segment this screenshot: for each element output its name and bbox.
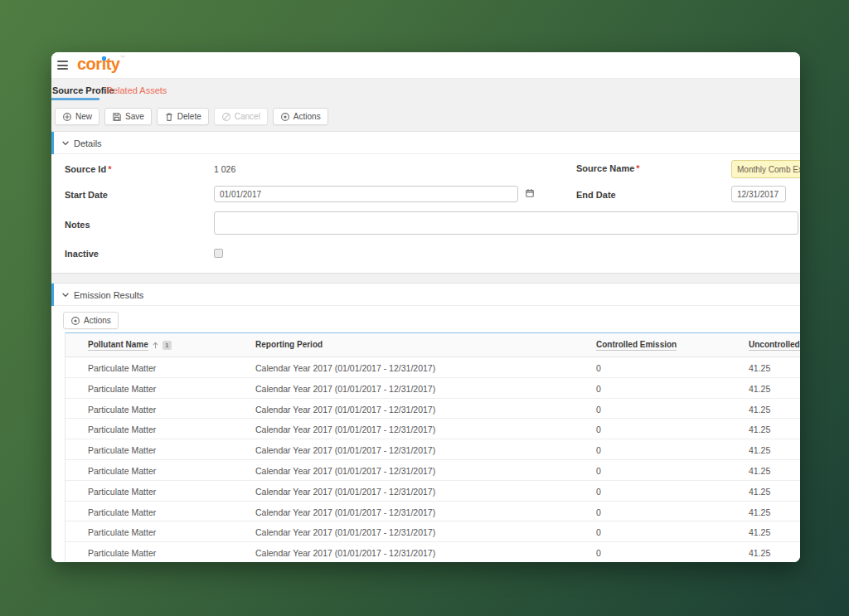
- cell-controlled-emission: 0: [596, 363, 601, 373]
- cell-uncontrolled-emission: 41.25: [749, 424, 770, 434]
- end-date-input[interactable]: [731, 186, 786, 202]
- cell-pollutant-name: Particulate Matter: [88, 507, 156, 517]
- column-header-pollutant-name[interactable]: Pollutant Name 1: [88, 340, 172, 351]
- cell-pollutant-name: Particulate Matter: [88, 384, 156, 394]
- table-row[interactable]: Particulate MatterCalendar Year 2017 (01…: [65, 521, 800, 542]
- source-name-input[interactable]: [731, 160, 800, 178]
- source-id-value: 1 026: [214, 164, 235, 174]
- cell-uncontrolled-emission: 41.25: [749, 507, 770, 517]
- table-row[interactable]: Particulate MatterCalendar Year 2017 (01…: [65, 460, 800, 481]
- tab-bar: Source Profile Related Assets: [51, 79, 800, 102]
- cell-uncontrolled-emission: 41.25: [749, 548, 770, 558]
- table-row[interactable]: Particulate MatterCalendar Year 2017 (01…: [65, 378, 800, 399]
- trash-icon: [164, 112, 174, 122]
- cell-pollutant-name: Particulate Matter: [88, 424, 156, 434]
- cell-controlled-emission: 0: [596, 445, 601, 455]
- sort-order-badge: 1: [163, 341, 172, 350]
- cell-pollutant-name: Particulate Matter: [88, 445, 156, 455]
- cell-controlled-emission: 0: [596, 527, 601, 537]
- cell-pollutant-name: Particulate Matter: [88, 527, 156, 537]
- cell-uncontrolled-emission: 41.25: [749, 405, 770, 415]
- details-section-header[interactable]: Details: [51, 132, 800, 154]
- emission-results-section: Emission Results Actions Pollutant Name …: [51, 283, 800, 562]
- sort-ascending-icon: [151, 341, 160, 350]
- cell-controlled-emission: 0: [596, 424, 601, 434]
- cority-logo: cority™: [77, 55, 124, 74]
- cell-uncontrolled-emission: 41.25: [749, 445, 770, 455]
- plus-circle-icon: [62, 112, 72, 122]
- cell-reporting-period: Calendar Year 2017 (01/01/2017 - 12/31/2…: [255, 363, 435, 373]
- column-header-reporting-period[interactable]: Reporting Period: [255, 340, 323, 349]
- emission-results-table: Pollutant Name 1 Reporting Period Contro…: [65, 332, 800, 562]
- cell-controlled-emission: 0: [596, 487, 601, 497]
- cell-pollutant-name: Particulate Matter: [88, 363, 156, 373]
- app-window: cority™ Source Profile Related Assets Ne…: [51, 52, 800, 562]
- cell-pollutant-name: Particulate Matter: [88, 405, 156, 415]
- cell-reporting-period: Calendar Year 2017 (01/01/2017 - 12/31/2…: [255, 548, 435, 558]
- inactive-label: Inactive: [65, 249, 99, 259]
- inactive-checkbox[interactable]: [214, 249, 223, 258]
- notes-input[interactable]: [214, 211, 798, 235]
- emission-results-section-title: Emission Results: [74, 290, 143, 300]
- cell-pollutant-name: Particulate Matter: [88, 548, 156, 558]
- cell-controlled-emission: 0: [596, 405, 601, 415]
- table-row[interactable]: Particulate MatterCalendar Year 2017 (01…: [65, 502, 800, 522]
- source-id-label: Source Id*: [65, 164, 111, 174]
- end-date-label: End Date: [576, 190, 616, 200]
- toolbar: New Save Delete Cancel Actions: [51, 102, 800, 131]
- cancel-button[interactable]: Cancel: [214, 108, 268, 125]
- table-row[interactable]: Particulate MatterCalendar Year 2017 (01…: [65, 439, 800, 460]
- emission-results-section-header[interactable]: Emission Results: [51, 284, 800, 306]
- table-header-row: Pollutant Name 1 Reporting Period Contro…: [65, 333, 800, 357]
- chevron-down-icon: [61, 138, 70, 148]
- cell-controlled-emission: 0: [596, 466, 601, 476]
- chevron-down-icon: [61, 290, 70, 300]
- hamburger-menu-icon[interactable]: [57, 61, 69, 70]
- cell-reporting-period: Calendar Year 2017 (01/01/2017 - 12/31/2…: [255, 424, 435, 434]
- tab-source-profile[interactable]: Source Profile: [52, 85, 114, 95]
- active-tab-indicator: [51, 98, 99, 100]
- cell-uncontrolled-emission: 41.25: [749, 527, 770, 537]
- grid-actions-button[interactable]: Actions: [63, 312, 119, 329]
- actions-target-icon: [70, 316, 80, 326]
- actions-button[interactable]: Actions: [273, 108, 328, 125]
- cell-reporting-period: Calendar Year 2017 (01/01/2017 - 12/31/2…: [255, 487, 435, 497]
- delete-button[interactable]: Delete: [157, 108, 209, 125]
- column-header-uncontrolled-emission[interactable]: Uncontrolled Emission: [749, 340, 800, 349]
- required-marker: *: [636, 163, 639, 173]
- table-row[interactable]: Particulate MatterCalendar Year 2017 (01…: [65, 419, 800, 439]
- details-section-title: Details: [74, 138, 102, 148]
- section-accent-bar: [51, 284, 54, 306]
- cell-reporting-period: Calendar Year 2017 (01/01/2017 - 12/31/2…: [255, 405, 435, 415]
- start-date-input[interactable]: [214, 186, 518, 202]
- cell-reporting-period: Calendar Year 2017 (01/01/2017 - 12/31/2…: [255, 466, 435, 476]
- table-row[interactable]: Particulate MatterCalendar Year 2017 (01…: [65, 481, 800, 502]
- tab-related-assets[interactable]: Related Assets: [106, 85, 167, 95]
- table-row[interactable]: Particulate MatterCalendar Year 2017 (01…: [65, 542, 800, 562]
- section-accent-bar: [51, 132, 54, 154]
- column-header-controlled-emission[interactable]: Controlled Emission: [596, 340, 677, 349]
- table-row[interactable]: Particulate MatterCalendar Year 2017 (01…: [65, 357, 800, 378]
- calendar-icon: [525, 188, 535, 198]
- notes-label: Notes: [65, 220, 90, 230]
- cell-controlled-emission: 0: [596, 384, 601, 394]
- source-name-label: Source Name*: [576, 163, 640, 173]
- cell-reporting-period: Calendar Year 2017 (01/01/2017 - 12/31/2…: [255, 507, 435, 517]
- cell-reporting-period: Calendar Year 2017 (01/01/2017 - 12/31/2…: [255, 384, 435, 394]
- actions-target-icon: [280, 112, 290, 122]
- cell-pollutant-name: Particulate Matter: [88, 466, 156, 476]
- desktop-background: { "header": { "logo": { "part1": "cor", …: [0, 0, 849, 616]
- start-date-label: Start Date: [65, 190, 108, 200]
- app-header: cority™: [51, 52, 800, 79]
- new-button[interactable]: New: [55, 108, 99, 125]
- cell-uncontrolled-emission: 41.25: [749, 384, 770, 394]
- save-icon: [112, 112, 122, 122]
- cell-controlled-emission: 0: [596, 548, 601, 558]
- start-date-calendar-button[interactable]: [523, 187, 536, 201]
- cell-controlled-emission: 0: [596, 507, 601, 517]
- cancel-icon: [221, 112, 231, 122]
- table-row[interactable]: Particulate MatterCalendar Year 2017 (01…: [65, 399, 800, 420]
- save-button[interactable]: Save: [104, 108, 152, 125]
- cell-reporting-period: Calendar Year 2017 (01/01/2017 - 12/31/2…: [255, 445, 435, 455]
- cell-reporting-period: Calendar Year 2017 (01/01/2017 - 12/31/2…: [255, 527, 435, 537]
